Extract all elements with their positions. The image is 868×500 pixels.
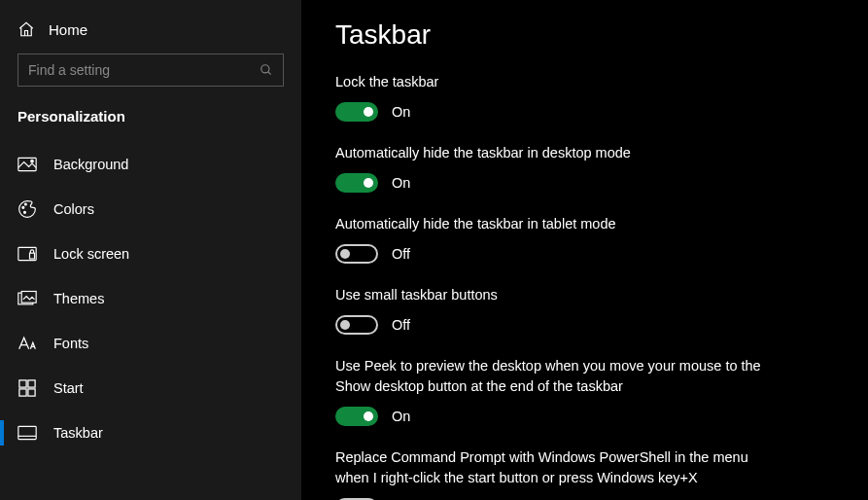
toggle-state-label: Off (392, 317, 410, 333)
svg-rect-16 (28, 389, 35, 396)
start-icon (17, 378, 37, 398)
svg-rect-17 (18, 426, 36, 439)
svg-line-1 (268, 72, 271, 75)
sidebar-item-colors[interactable]: Colors (0, 187, 301, 232)
sidebar-item-start[interactable]: Start (0, 366, 301, 411)
sidebar-item-background[interactable]: Background (0, 142, 301, 187)
toggle-switch[interactable] (335, 315, 378, 335)
sidebar-item-lock-screen[interactable]: Lock screen (0, 232, 301, 276)
toggle-state-label: On (392, 104, 410, 120)
sidebar-item-themes[interactable]: Themes (0, 276, 301, 321)
setting-label: Use Peek to preview the desktop when you… (335, 356, 773, 397)
toggle-switch[interactable] (335, 244, 378, 264)
toggle-state-label: Off (392, 246, 410, 262)
lock-screen-icon (17, 244, 37, 264)
setting-label: Replace Command Prompt with Windows Powe… (335, 447, 773, 488)
svg-rect-14 (28, 380, 35, 387)
setting-row: Automatically hide the taskbar in deskto… (335, 143, 839, 193)
svg-point-0 (261, 65, 269, 73)
toggle-row: On (335, 407, 839, 426)
sidebar-item-label: Themes (53, 291, 104, 306)
toggle-knob (340, 320, 350, 330)
toggle-row: Off (335, 315, 839, 335)
setting-label: Automatically hide the taskbar in tablet… (335, 214, 773, 234)
toggle-switch[interactable] (335, 102, 378, 122)
search-box[interactable] (17, 54, 284, 87)
search-input[interactable] (28, 62, 260, 78)
sidebar-item-label: Fonts (53, 336, 88, 351)
toggle-knob (364, 107, 373, 117)
home-label: Home (49, 21, 87, 38)
toggle-knob (364, 411, 373, 421)
svg-rect-10 (21, 292, 36, 304)
sidebar-item-taskbar[interactable]: Taskbar (0, 411, 301, 455)
svg-rect-15 (19, 389, 26, 396)
svg-rect-8 (30, 253, 35, 259)
svg-rect-13 (19, 380, 26, 387)
setting-row: Lock the taskbarOn (335, 72, 839, 122)
svg-point-3 (31, 160, 34, 162)
svg-point-4 (22, 206, 24, 208)
toggle-row: On (335, 102, 839, 122)
toggle-row: Off (335, 244, 839, 264)
page-title: Taskbar (335, 19, 839, 51)
image-icon (17, 155, 37, 174)
setting-label: Automatically hide the taskbar in deskto… (335, 143, 773, 163)
sidebar-item-fonts[interactable]: Fonts (0, 321, 301, 366)
home-icon (17, 20, 35, 38)
setting-label: Use small taskbar buttons (335, 285, 773, 305)
toggle-switch[interactable] (335, 407, 378, 426)
toggle-knob (340, 249, 350, 259)
sidebar-item-label: Taskbar (53, 425, 103, 441)
main-panel: Taskbar Lock the taskbarOnAutomatically … (301, 0, 868, 500)
themes-icon (17, 289, 37, 308)
category-heading: Personalization (0, 104, 301, 142)
taskbar-icon (17, 423, 37, 443)
toggle-state-label: On (392, 175, 410, 191)
svg-point-6 (24, 211, 26, 213)
svg-point-5 (24, 203, 26, 205)
setting-label: Lock the taskbar (335, 72, 773, 92)
setting-row: Automatically hide the taskbar in tablet… (335, 214, 839, 264)
fonts-icon (17, 334, 37, 353)
sidebar-item-label: Colors (53, 201, 94, 217)
sidebar-item-label: Start (53, 380, 84, 396)
sidebar: Home Personalization Background Colors (0, 0, 301, 500)
toggle-state-label: On (392, 409, 410, 424)
toggle-switch[interactable] (335, 173, 378, 193)
palette-icon (17, 199, 37, 219)
toggle-row: On (335, 173, 839, 193)
setting-row: Replace Command Prompt with Windows Powe… (335, 447, 839, 500)
sidebar-item-label: Background (53, 157, 128, 172)
setting-row: Use small taskbar buttonsOff (335, 285, 839, 335)
toggle-knob (364, 178, 373, 188)
search-icon (260, 63, 273, 77)
sidebar-item-label: Lock screen (53, 246, 129, 262)
setting-row: Use Peek to preview the desktop when you… (335, 356, 839, 426)
home-link[interactable]: Home (0, 15, 301, 54)
